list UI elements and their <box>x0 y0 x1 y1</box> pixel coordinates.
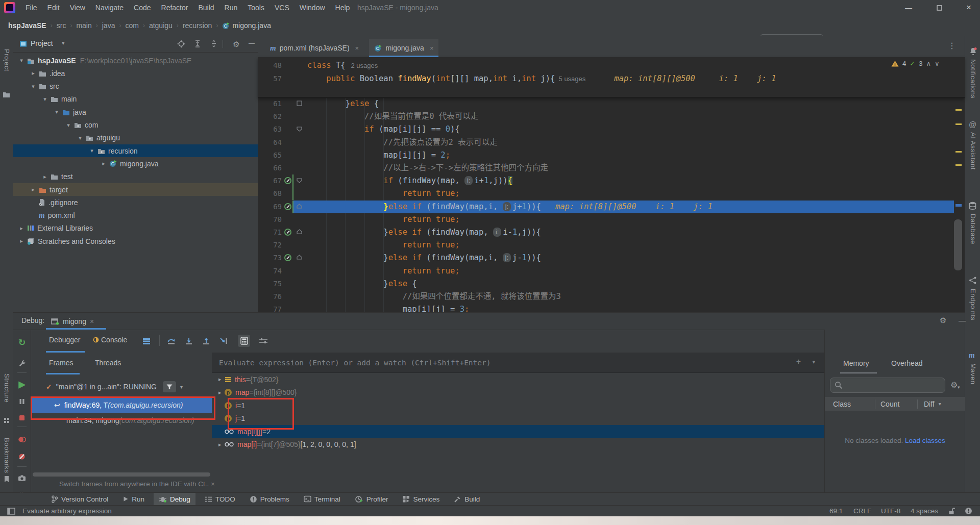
tree-row-hspJavaSE[interactable]: ▾hspJavaSEE:\workplace01\javaSE\hspJavaS… <box>13 54 258 67</box>
breadcrumb-item-atguigu[interactable]: atguigu <box>149 21 173 30</box>
editor-tab-pomxmlhspJavaSE[interactable]: mpom.xml (hspJavaSE)× <box>265 39 364 57</box>
breadcrumb-item-migongjava[interactable]: Cmigong.java <box>222 21 271 30</box>
tree-row-atguigu[interactable]: ▾atguigu <box>13 132 258 144</box>
toolwindow-button-todo[interactable]: TODO <box>200 493 240 506</box>
code-line-66[interactable]: 66 //以上->右->下->左的策略往其他四个方向走 <box>258 162 965 174</box>
evaluate-expression-button[interactable] <box>238 335 250 347</box>
variable-row-i[interactable]: pi = 1 <box>212 399 824 412</box>
bookmark-flag-icon[interactable] <box>4 476 10 483</box>
variable-row-mapi[interactable]: ▸map[i] = {int[7]@505} [1, 2, 0, 0, 0, 0… <box>212 438 824 451</box>
variable-row-this[interactable]: ▸this = {T@502} <box>212 373 824 386</box>
debug-settings-button[interactable] <box>17 359 27 368</box>
right-strip-endpoints-icon[interactable] <box>969 277 977 284</box>
tree-chevron-icon[interactable]: ▾ <box>89 147 95 154</box>
next-issue-icon[interactable]: ∨ <box>935 60 940 67</box>
menu-window[interactable]: Window <box>295 0 330 15</box>
project-folder-icon[interactable] <box>3 91 10 98</box>
status-indent-size[interactable]: 4 spaces <box>911 507 938 515</box>
code-line-64[interactable]: 64 //先把该点设置为2 表示可以走 <box>258 136 965 149</box>
tree-row-ScratchesandConsoles[interactable]: ▸Scratches and Consoles <box>13 235 258 247</box>
menu-navigate[interactable]: Navigate <box>90 0 129 15</box>
code-line-65[interactable]: 65 map[i][j] = 2; <box>258 149 965 162</box>
debugger-tab[interactable]: Debugger <box>49 336 81 344</box>
fold-marker-icon[interactable] <box>297 101 302 106</box>
evaluate-expression-bar[interactable]: Evaluate expression (Enter) or add a wat… <box>212 353 824 373</box>
toolwindow-button-debug[interactable]: Debug <box>154 493 195 506</box>
project-header-title[interactable]: Project <box>31 39 53 47</box>
toolwindow-button-build[interactable]: Build <box>449 493 485 506</box>
toolwindow-button-profiler[interactable]: Profiler <box>350 493 394 506</box>
menu-view[interactable]: View <box>65 0 90 15</box>
variable-row-j[interactable]: pj = 1 <box>212 412 824 425</box>
sticky-line-48[interactable]: 48class T{ 2 usages <box>258 59 965 72</box>
tree-chevron-icon[interactable]: ▸ <box>42 173 48 180</box>
code-line-68[interactable]: 68 return true; <box>258 187 965 200</box>
status-caret-position[interactable]: 69:1 <box>829 507 843 515</box>
structure-icon[interactable] <box>4 417 10 423</box>
project-header-hide-button[interactable]: — <box>247 40 256 47</box>
tree-chevron-icon[interactable]: ▾ <box>77 135 83 141</box>
maximize-button[interactable] <box>928 0 950 15</box>
thread-filter-icon[interactable] <box>163 381 176 392</box>
menu-tools[interactable]: Tools <box>242 0 270 15</box>
right-strip-database-icon[interactable] <box>969 202 976 210</box>
run-to-cursor-button[interactable] <box>217 335 230 347</box>
tree-row-main[interactable]: ▾main <box>13 93 258 106</box>
code-line-73[interactable]: 73 }else if (findWay(map,i, j:j-1)){ <box>258 252 965 264</box>
tree-row-pomxml[interactable]: mpom.xml <box>13 209 258 222</box>
tree-row-ExternalLibraries[interactable]: ▸External Libraries <box>13 222 258 235</box>
menu-edit[interactable]: Edit <box>42 0 65 15</box>
toolwindow-button-run[interactable]: Run <box>117 493 150 506</box>
project-header-settings-button[interactable]: ⚙ <box>232 40 241 49</box>
status-encoding[interactable]: UTF-8 <box>881 507 900 515</box>
tool-strip-structure-label[interactable]: Structure <box>3 373 11 403</box>
memory-tab[interactable]: Memory <box>843 359 869 367</box>
step-over-button[interactable] <box>165 335 178 347</box>
menu-code[interactable]: Code <box>129 0 156 15</box>
breadcrumb-item-src[interactable]: src <box>57 21 66 30</box>
tree-chevron-icon[interactable]: ▾ <box>18 57 24 64</box>
menu-refactor[interactable]: Refactor <box>156 0 193 15</box>
toolwindow-button-terminal[interactable]: Terminal <box>299 493 346 506</box>
tree-row-idea[interactable]: ▸.idea <box>13 67 258 80</box>
rerun-debug-button[interactable]: ↻ <box>17 338 27 347</box>
prev-issue-icon[interactable]: ∧ <box>926 60 931 67</box>
restore-layout-icon[interactable] <box>140 335 153 347</box>
right-strip-maven-label[interactable]: Maven <box>969 363 977 385</box>
memory-search-input[interactable] <box>830 378 945 393</box>
toolwindow-button-problems[interactable]: Problems <box>244 493 295 506</box>
step-out-button[interactable] <box>200 335 212 347</box>
tree-chevron-icon[interactable]: ▸ <box>18 225 24 232</box>
breadcrumb-item-recursion[interactable]: recursion <box>183 21 212 30</box>
load-classes-link[interactable]: Load classes <box>903 437 945 444</box>
view-breakpoints-button[interactable] <box>17 435 27 444</box>
menu-file[interactable]: File <box>20 0 42 15</box>
debug-header-settings-icon[interactable]: ⚙ <box>940 316 946 325</box>
memory-settings-icon[interactable]: ⚙ <box>950 380 958 390</box>
fold-marker-icon[interactable] <box>297 229 302 235</box>
project-header-caret-icon[interactable]: ▾ <box>62 40 65 46</box>
breakpoint-icon[interactable] <box>284 177 291 184</box>
breakpoint-icon[interactable] <box>284 203 291 210</box>
tree-chevron-icon[interactable]: ▸ <box>18 238 24 244</box>
tree-chevron-icon[interactable]: ▸ <box>101 160 107 167</box>
debug-session-tab-close-icon[interactable]: × <box>90 317 94 326</box>
project-header-expand-all-button[interactable] <box>193 40 202 47</box>
tree-row-gitignore[interactable]: .gitignore <box>13 196 258 209</box>
fold-marker-icon[interactable] <box>297 126 302 132</box>
notifications-icon[interactable] <box>965 507 972 515</box>
tree-row-test[interactable]: ▸test <box>13 170 258 183</box>
tree-chevron-icon[interactable]: ▾ <box>42 96 48 103</box>
code-line-63[interactable]: 63 if (map[i][j] == 0){ <box>258 123 965 136</box>
tab-close-icon[interactable]: × <box>355 44 359 52</box>
right-strip-maven-icon[interactable]: m <box>969 351 975 360</box>
breakpoint-icon[interactable] <box>284 254 291 261</box>
tree-row-src[interactable]: ▾src <box>13 80 258 93</box>
thread-selector[interactable]: ✓"main"@1 in g...ain": RUNNING▾ <box>46 379 209 394</box>
tree-chevron-icon[interactable]: ▾ <box>30 83 36 90</box>
breadcrumb-item-hspJavaSE[interactable]: hspJavaSE <box>8 21 46 30</box>
right-strip-endpoints-label[interactable]: Endpoints <box>969 289 977 320</box>
code-line-74[interactable]: 74 return true; <box>258 265 965 278</box>
menu-help[interactable]: Help <box>330 0 355 15</box>
editor-tab-migongjava[interactable]: Cmigong.java× <box>369 39 438 57</box>
